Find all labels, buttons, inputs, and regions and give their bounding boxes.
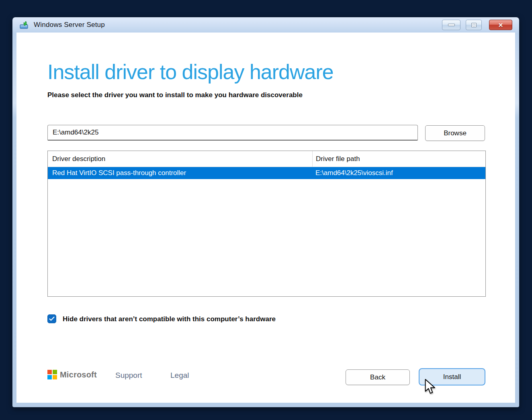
page-subtitle: Please select the driver you want to ins…	[47, 91, 303, 99]
microsoft-wordmark: Microsoft	[60, 370, 97, 379]
logo-square-blue	[47, 375, 52, 379]
setup-window: Windows Server Setup ✕ Install driver to…	[12, 17, 519, 407]
driver-file-path-cell: E:\amd64\2k25\vioscsi.inf	[315, 167, 393, 179]
legal-link[interactable]: Legal	[170, 371, 189, 380]
install-driver-app-icon	[19, 20, 29, 30]
driver-list[interactable]: Driver description Driver file path Red …	[47, 151, 486, 297]
driver-path-input[interactable]	[47, 125, 418, 141]
maximize-icon	[471, 23, 477, 27]
setup-content-panel: Install driver to display hardware Pleas…	[16, 33, 515, 403]
checkmark-icon	[49, 316, 55, 321]
titlebar[interactable]: Windows Server Setup ✕	[12, 17, 519, 33]
driver-list-header: Driver description Driver file path	[48, 151, 485, 167]
logo-square-yellow	[53, 375, 57, 379]
driver-row-selected[interactable]: Red Hat VirtIO SCSI pass-through control…	[48, 167, 485, 179]
microsoft-logo-icon	[47, 370, 57, 379]
logo-square-red	[47, 370, 52, 374]
hide-incompatible-checkbox[interactable]	[47, 314, 56, 323]
column-header-driver-description[interactable]: Driver description	[52, 151, 105, 167]
driver-description-cell: Red Hat VirtIO SCSI pass-through control…	[52, 167, 186, 179]
minimize-icon	[448, 24, 455, 26]
support-link[interactable]: Support	[115, 371, 142, 380]
window-title: Windows Server Setup	[34, 21, 105, 29]
close-button[interactable]: ✕	[489, 20, 512, 30]
install-button[interactable]: Install	[419, 368, 485, 385]
browse-button[interactable]: Browse	[425, 125, 485, 141]
close-icon: ✕	[498, 22, 503, 28]
column-header-driver-file-path[interactable]: Driver file path	[312, 151, 360, 167]
hide-incompatible-label[interactable]: Hide drivers that aren’t compatible with…	[63, 315, 276, 323]
maximize-button[interactable]	[466, 20, 482, 30]
logo-square-green	[53, 370, 57, 374]
page-title: Install driver to display hardware	[47, 60, 334, 84]
minimize-button[interactable]	[442, 20, 460, 30]
back-button[interactable]: Back	[346, 369, 410, 385]
